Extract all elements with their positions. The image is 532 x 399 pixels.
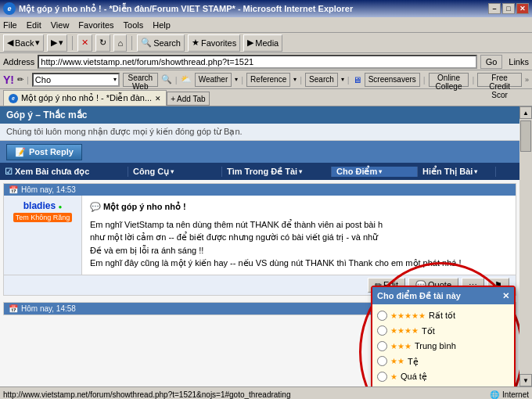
links-label: Links [509, 57, 529, 66]
tim-trong-header[interactable]: Tìm Trong Đề Tài ▾ [222, 167, 332, 177]
calendar-icon2: 📅 [9, 304, 18, 313]
weather-button[interactable]: Weather [195, 73, 232, 87]
address-input[interactable] [38, 55, 476, 69]
search2-button[interactable]: Search [305, 73, 338, 87]
reference-dropdown[interactable]: ▾ [293, 76, 297, 83]
post1-content: 💬 Một góp ý nho nhỏ ! Em nghĩ VietStamp … [82, 196, 516, 275]
tab-icon: e [9, 94, 18, 103]
go-button[interactable]: Go [480, 55, 503, 69]
credit-button[interactable]: Free Credit Scor [477, 73, 522, 87]
screensavers-button[interactable]: Screensavers [365, 73, 420, 87]
rating-option-1[interactable]: ★★★★★ Rất tốt [377, 309, 509, 322]
search-icon: 🔍 [141, 38, 152, 48]
back-dropdown-icon[interactable]: ▾ [35, 38, 40, 48]
menu-tools[interactable]: Tools [124, 20, 144, 30]
rating-option-4[interactable]: ★★ Tệ [377, 355, 509, 368]
separator [72, 36, 73, 50]
yahoo-search-button[interactable]: Search Web [123, 73, 158, 87]
quote-icon: 💬 [90, 202, 101, 211]
search2-dropdown[interactable]: ▾ [341, 76, 344, 83]
weather-dropdown[interactable]: ▾ [235, 76, 238, 83]
weather-icon: ⛅ [181, 74, 192, 84]
active-tab[interactable]: e Một góp ý nho nhỏ ! - *Diễn đàn... ✕ [3, 90, 167, 106]
post-1: 📅 Hôm nay, 14:53 bladies ● Tem Không Răn… [3, 183, 516, 296]
rating-radio-4[interactable] [377, 356, 387, 366]
status-bar: http://www.vietstamp.net/forum/showthrea… [0, 386, 532, 399]
post1-date: Hôm nay, 14:53 [21, 185, 76, 194]
tim-trong-dropdown-icon: ▾ [299, 168, 302, 175]
menu-view[interactable]: View [51, 20, 70, 30]
hien-thi-header[interactable]: Hiển Thị Bài ▾ [418, 167, 496, 177]
scroll-up-button[interactable]: ▲ [519, 106, 532, 119]
college-button[interactable]: Online College [429, 73, 469, 87]
tab-close-icon[interactable]: ✕ [155, 95, 161, 102]
post-reply-button[interactable]: 📝 Post Reply [6, 144, 82, 160]
window-title: Một góp ý nho nhỏ ! - *Diễn đàn/Forum VI… [19, 4, 353, 14]
forward-icon: ▶ [51, 38, 57, 48]
post1-line2: như một lời cảm ơn -- để biết được nhưng… [90, 231, 508, 244]
rating-option-3[interactable]: ★★★ Trung bình [377, 340, 509, 353]
maximize-button[interactable]: □ [502, 3, 515, 14]
author-name: bladies [23, 200, 56, 211]
calendar-icon: 📅 [9, 185, 18, 194]
search-button[interactable]: 🔍 Search [137, 34, 185, 52]
author-link[interactable]: bladies [23, 200, 59, 211]
reference-button[interactable]: Reference [246, 73, 290, 87]
rating-radio-5[interactable] [377, 372, 387, 382]
toolbar-sep7: | [472, 75, 474, 84]
separator2 [131, 36, 132, 50]
media-button[interactable]: ▶ Media [243, 34, 282, 52]
add-tab-button[interactable]: + Add Tab [167, 92, 209, 106]
menu-edit[interactable]: Edit [27, 20, 41, 30]
rating-radio-1[interactable] [377, 311, 387, 321]
refresh-button[interactable]: ↻ [95, 34, 110, 52]
more-icon: » [525, 76, 529, 84]
refresh-icon: ↻ [99, 38, 106, 48]
author-badge: Tem Không Răng [13, 213, 73, 222]
stop-button[interactable]: ✕ [77, 34, 92, 52]
rating-radio-2[interactable] [377, 325, 387, 336]
rating-close-button[interactable]: ✕ [502, 289, 509, 303]
add-icon: + [171, 95, 175, 103]
yahoo-search-web-icon: 🔍 [161, 74, 172, 84]
menu-help[interactable]: Help [153, 20, 171, 30]
forward-button[interactable]: ▶ ▾ [47, 34, 67, 52]
toolbar-sep4: | [300, 75, 302, 84]
rating-popup-title-text: Cho điểm Đề tài này [377, 289, 461, 303]
cho-diem-header[interactable]: Cho Điểm ▾ [332, 167, 418, 177]
toolbar-sep2: | [175, 75, 178, 84]
yahoo-dropdown-icon[interactable]: ▾ [113, 76, 117, 83]
media-icon: ▶ [247, 38, 253, 48]
rating-radio-3[interactable] [377, 341, 387, 351]
online-indicator: ● [58, 203, 62, 210]
toolbar-sep5: | [347, 75, 350, 84]
scroll-down-button[interactable]: ▼ [519, 374, 532, 386]
forum-controls: 📝 Post Reply [0, 141, 519, 163]
tabs-bar: e Một góp ý nho nhỏ ! - *Diễn đàn... ✕ +… [0, 89, 532, 106]
rating-label-3: Trung bình [415, 340, 456, 353]
favorites-button[interactable]: ★ Favorites [188, 34, 240, 52]
cho-diem-dropdown-icon: ▾ [379, 168, 382, 175]
screensavers-icon: 🖥 [353, 75, 361, 84]
hien-thi-dropdown-icon: ▾ [474, 168, 477, 175]
rating-option-5[interactable]: ★ Quá tệ [377, 370, 509, 383]
scroll-thumb[interactable] [520, 120, 531, 152]
address-bar: Address Go Links [0, 53, 532, 70]
cong-cu-header[interactable]: Công Cụ ▾ [128, 167, 222, 177]
yahoo-search-input[interactable] [35, 75, 113, 84]
back-button[interactable]: ◀ Back ▾ [3, 34, 44, 52]
reply-icon: 📝 [15, 147, 26, 157]
menu-file[interactable]: File [3, 20, 17, 30]
rating-option-2[interactable]: ★★★★ Tốt [377, 325, 509, 338]
zone-label: Internet [502, 390, 529, 399]
rating-label-5: Quá tệ [401, 370, 427, 383]
home-button[interactable]: ⌂ [113, 34, 127, 52]
close-button[interactable]: ✕ [516, 3, 529, 14]
forward-dropdown-icon[interactable]: ▾ [59, 38, 63, 48]
toolbar-sep6: | [423, 75, 426, 84]
post1-title: 💬 Một góp ý nho nhỏ ! [90, 200, 508, 214]
minimize-button[interactable]: – [488, 3, 501, 14]
tab-label: Một góp ý nho nhỏ ! - *Diễn đàn... [21, 93, 152, 103]
thread-header: ☑ Xem Bài chưa đọc Công Cụ ▾ Tìm Trong Đ… [0, 163, 519, 180]
menu-favorites[interactable]: Favorites [78, 20, 113, 30]
